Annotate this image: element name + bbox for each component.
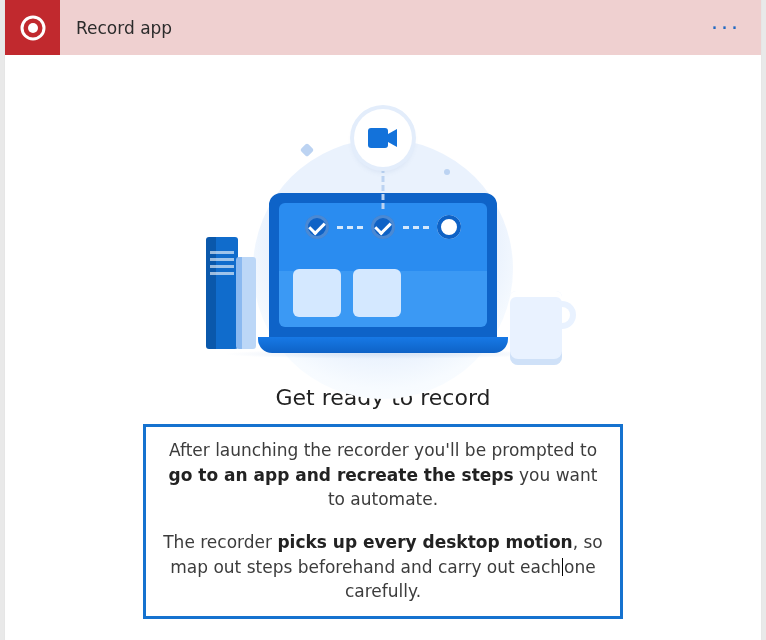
dash-icon — [337, 226, 363, 229]
tile-icon — [293, 269, 341, 317]
camera-icon — [368, 127, 398, 149]
instructions-paragraph-1: After launching the recorder you'll be p… — [158, 438, 608, 512]
check-icon — [371, 215, 395, 239]
progress-row — [279, 215, 487, 239]
more-options-button[interactable]: ··· — [711, 17, 741, 39]
mug-icon — [510, 291, 562, 347]
instructions-paragraph-2: The recorder picks up every desktop moti… — [158, 530, 608, 604]
recorder-illustration — [198, 105, 568, 365]
text: The recorder — [163, 532, 277, 552]
bold-text: go to an app and recreate the steps — [169, 465, 514, 485]
card-body: Get ready to record After launching the … — [5, 55, 761, 640]
connector-dash — [382, 167, 385, 209]
record-icon — [19, 14, 47, 42]
sparkle-icon — [300, 143, 314, 157]
record-badge — [5, 0, 60, 55]
svg-point-1 — [28, 23, 38, 33]
bold-text: picks up every desktop motion — [277, 532, 572, 552]
check-icon — [305, 215, 329, 239]
camera-disk — [354, 109, 412, 167]
pending-icon — [437, 215, 461, 239]
sparkle-icon — [444, 169, 450, 175]
text-cursor-icon — [562, 558, 563, 576]
laptop-base — [258, 337, 508, 353]
dash-icon — [403, 226, 429, 229]
screen-tiles — [293, 269, 473, 327]
text: After launching the recorder you'll be p… — [169, 440, 597, 460]
book-icon — [236, 257, 256, 349]
card-header: Record app ··· — [5, 0, 761, 55]
instructions-highlight: After launching the recorder you'll be p… — [143, 424, 623, 619]
book-icon — [206, 237, 238, 349]
tile-icon — [353, 269, 401, 317]
record-app-card: Record app ··· — [4, 0, 762, 640]
laptop-icon — [269, 193, 497, 353]
svg-rect-2 — [368, 128, 388, 148]
card-title: Record app — [60, 18, 711, 38]
